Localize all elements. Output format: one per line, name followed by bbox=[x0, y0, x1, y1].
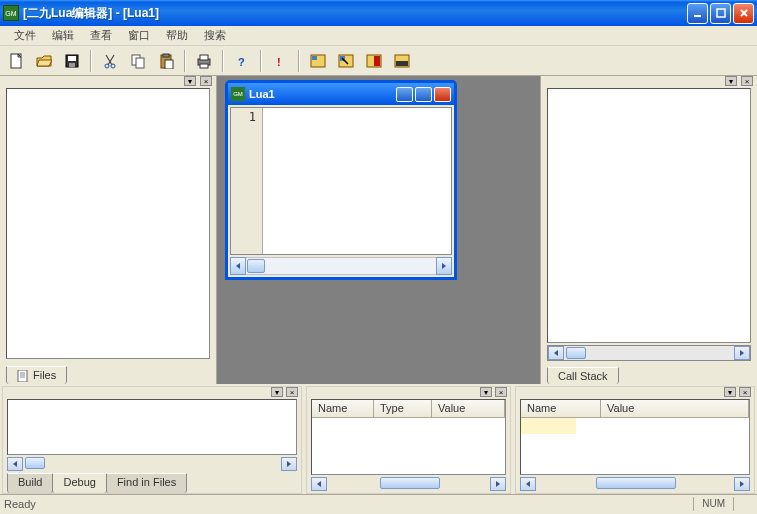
panel-close-icon[interactable]: × bbox=[286, 387, 298, 397]
new-file-button[interactable] bbox=[4, 49, 28, 73]
scroll-left-icon[interactable] bbox=[520, 477, 536, 491]
print-button[interactable] bbox=[192, 49, 216, 73]
help-button[interactable]: ? bbox=[230, 49, 254, 73]
output-scrollbar[interactable] bbox=[7, 457, 297, 473]
editor-minimize-button[interactable] bbox=[396, 87, 413, 102]
debug-tab[interactable]: Debug bbox=[52, 473, 106, 493]
svg-point-6 bbox=[105, 64, 109, 68]
open-file-button[interactable] bbox=[32, 49, 56, 73]
code-editor[interactable] bbox=[263, 108, 451, 254]
panel-close-icon[interactable]: × bbox=[495, 387, 507, 397]
maximize-button[interactable] bbox=[710, 3, 731, 24]
selected-row[interactable] bbox=[521, 418, 576, 434]
scroll-right-icon[interactable] bbox=[734, 477, 750, 491]
scroll-thumb[interactable] bbox=[566, 347, 586, 359]
editor-title: Lua1 bbox=[249, 88, 396, 100]
scroll-left-icon[interactable] bbox=[230, 257, 246, 275]
scroll-left-icon[interactable] bbox=[548, 346, 564, 360]
files-tree[interactable] bbox=[6, 88, 210, 359]
close-button[interactable] bbox=[733, 3, 754, 24]
scroll-thumb[interactable] bbox=[596, 477, 676, 489]
scroll-left-icon[interactable] bbox=[7, 457, 23, 471]
line-number-gutter: 1 bbox=[231, 108, 263, 254]
column-name[interactable]: Name bbox=[312, 400, 374, 417]
svg-rect-15 bbox=[200, 64, 208, 68]
column-name[interactable]: Name bbox=[521, 400, 601, 417]
paste-button[interactable] bbox=[154, 49, 178, 73]
panel-close-icon[interactable]: × bbox=[739, 387, 751, 397]
watch-panel: ▾ × Name Value bbox=[515, 386, 755, 494]
watch-scrollbar[interactable] bbox=[520, 477, 750, 493]
menu-edit[interactable]: 编辑 bbox=[44, 26, 82, 45]
window1-button[interactable] bbox=[306, 49, 330, 73]
toolbar: ? ! bbox=[0, 46, 757, 76]
output-panel: ▾ × Build Debug Find in Files bbox=[2, 386, 302, 494]
run-button[interactable]: ! bbox=[268, 49, 292, 73]
panel-close-icon[interactable]: × bbox=[741, 76, 753, 86]
window3-button[interactable] bbox=[362, 49, 386, 73]
panel-close-icon[interactable]: × bbox=[200, 76, 212, 86]
toolbar-separator bbox=[90, 50, 92, 72]
callstack-panel: ▾ × Call Stack bbox=[541, 76, 757, 384]
scroll-right-icon[interactable] bbox=[436, 257, 452, 275]
scroll-thumb[interactable] bbox=[380, 477, 440, 489]
callstack-list[interactable] bbox=[547, 88, 751, 343]
callstack-tab[interactable]: Call Stack bbox=[547, 367, 619, 384]
status-ready: Ready bbox=[4, 498, 36, 510]
window-titlebar: GM [二九Lua编辑器] - [Lua1] bbox=[0, 0, 757, 26]
find-in-files-tab[interactable]: Find in Files bbox=[106, 473, 187, 493]
locals-scrollbar[interactable] bbox=[311, 477, 506, 493]
window2-button[interactable] bbox=[334, 49, 358, 73]
panel-dropdown-icon[interactable]: ▾ bbox=[271, 387, 283, 397]
column-value[interactable]: Value bbox=[601, 400, 749, 417]
editor-app-icon: GM bbox=[231, 87, 245, 101]
panel-dropdown-icon[interactable]: ▾ bbox=[725, 76, 737, 86]
menu-window[interactable]: 窗口 bbox=[120, 26, 158, 45]
toolbar-separator bbox=[260, 50, 262, 72]
minimize-button[interactable] bbox=[687, 3, 708, 24]
toolbar-separator bbox=[298, 50, 300, 72]
scroll-right-icon[interactable] bbox=[281, 457, 297, 471]
editor-titlebar[interactable]: GM Lua1 bbox=[228, 83, 454, 105]
svg-rect-5 bbox=[69, 63, 75, 67]
scroll-right-icon[interactable] bbox=[490, 477, 506, 491]
scroll-left-icon[interactable] bbox=[311, 477, 327, 491]
svg-rect-14 bbox=[200, 55, 208, 60]
panel-dropdown-icon[interactable]: ▾ bbox=[184, 76, 196, 86]
files-tab[interactable]: Files bbox=[6, 366, 67, 384]
svg-rect-12 bbox=[165, 60, 173, 69]
menu-help[interactable]: 帮助 bbox=[158, 26, 196, 45]
copy-button[interactable] bbox=[126, 49, 150, 73]
svg-text:?: ? bbox=[238, 56, 245, 68]
save-button[interactable] bbox=[60, 49, 84, 73]
svg-text:!: ! bbox=[277, 56, 281, 68]
editor-maximize-button[interactable] bbox=[415, 87, 432, 102]
status-cell bbox=[733, 497, 753, 511]
output-text[interactable] bbox=[7, 399, 297, 455]
panel-dropdown-icon[interactable]: ▾ bbox=[724, 387, 736, 397]
editor-window[interactable]: GM Lua1 1 bbox=[225, 80, 457, 280]
window-title: [二九Lua编辑器] - [Lua1] bbox=[23, 5, 687, 22]
svg-rect-24 bbox=[396, 61, 408, 66]
window4-button[interactable] bbox=[390, 49, 414, 73]
column-type[interactable]: Type bbox=[374, 400, 432, 417]
editor-horizontal-scrollbar[interactable] bbox=[230, 257, 452, 275]
cut-button[interactable] bbox=[98, 49, 122, 73]
files-panel: ▾ × Files bbox=[0, 76, 216, 384]
watch-table[interactable]: Name Value bbox=[520, 399, 750, 475]
callstack-scrollbar[interactable] bbox=[547, 345, 751, 361]
scroll-thumb[interactable] bbox=[247, 259, 265, 273]
column-value[interactable]: Value bbox=[432, 400, 505, 417]
svg-rect-1 bbox=[717, 9, 725, 17]
menu-view[interactable]: 查看 bbox=[82, 26, 120, 45]
menu-search[interactable]: 搜索 bbox=[196, 26, 234, 45]
locals-table[interactable]: Name Type Value bbox=[311, 399, 506, 475]
build-tab[interactable]: Build bbox=[7, 473, 53, 493]
toolbar-separator bbox=[222, 50, 224, 72]
scroll-thumb[interactable] bbox=[25, 457, 45, 469]
panel-dropdown-icon[interactable]: ▾ bbox=[480, 387, 492, 397]
editor-close-button[interactable] bbox=[434, 87, 451, 102]
svg-rect-22 bbox=[374, 56, 380, 66]
scroll-right-icon[interactable] bbox=[734, 346, 750, 360]
menu-file[interactable]: 文件 bbox=[6, 26, 44, 45]
